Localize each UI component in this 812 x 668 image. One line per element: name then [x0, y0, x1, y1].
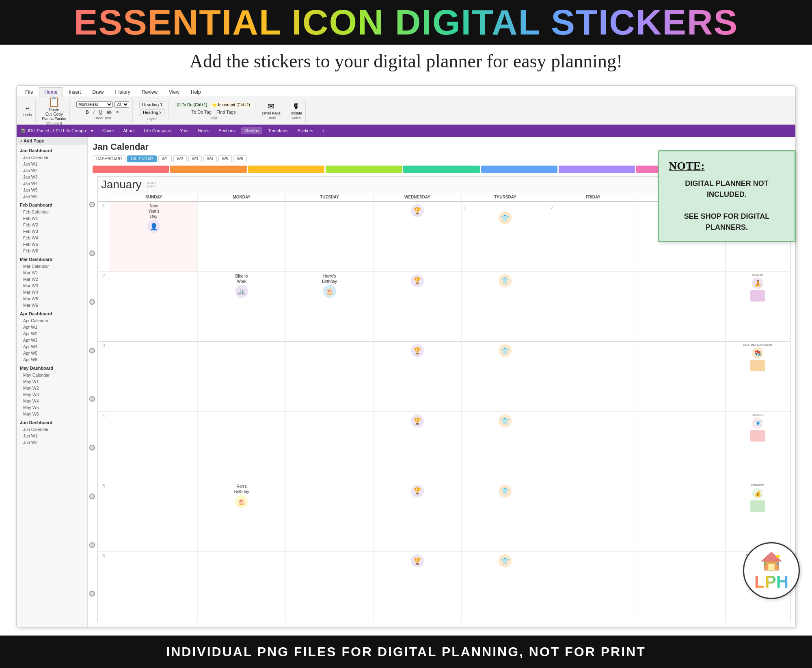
sidebar-apr-dashboard[interactable]: Apr Dashboard	[17, 310, 87, 317]
sidebar-feb-w2[interactable]: Feb W2	[17, 222, 87, 228]
sidebar-jan-calendar[interactable]: Jan Calendar	[17, 154, 87, 161]
ribbon-tab-history[interactable]: History	[110, 87, 135, 97]
color-seg-purple	[559, 166, 635, 173]
cal-cell-4-mon	[198, 412, 285, 482]
todo-button[interactable]: To Do Tag	[190, 109, 213, 115]
harrys-bday-event: Harry'sBirthday	[287, 274, 371, 284]
heading1-style[interactable]: Heading 1	[139, 101, 165, 108]
dictate-label[interactable]: Dictate	[291, 111, 302, 115]
important-tag[interactable]: ⭐ Important (Ctrl+2)	[210, 102, 251, 108]
sidebar-mar-w2[interactable]: Mar W2	[17, 276, 87, 282]
nav-stickers[interactable]: Stickers	[294, 127, 317, 134]
sidebar-jun-dashboard[interactable]: Jun Dashboard	[17, 419, 87, 426]
nav-cover[interactable]: Cover	[99, 127, 117, 134]
sidebar-feb-w6[interactable]: Feb W6	[17, 248, 87, 254]
cal-cell-2-mon: Bike toWork 🚲	[198, 272, 285, 342]
sidebar-jun-calendar[interactable]: Jun Calendar	[17, 426, 87, 433]
sidebar-may-w6[interactable]: May W6	[17, 411, 87, 417]
sidebar-apr-w3[interactable]: Apr W3	[17, 337, 87, 343]
sidebar-apr-w4[interactable]: Apr W4	[17, 343, 87, 350]
subscript-button[interactable]: x₁	[114, 108, 122, 115]
bold-button[interactable]: B	[84, 109, 91, 115]
sidebar-mar-w1[interactable]: Mar W1	[17, 269, 87, 276]
cal-tab-w3[interactable]: W3	[188, 155, 202, 162]
cal-tab-w5[interactable]: W5	[218, 155, 232, 162]
sidebar-jan-w2[interactable]: Jan W2	[17, 167, 87, 174]
sidebar-mar-w5[interactable]: Mar W5	[17, 295, 87, 302]
sidebar-may-w5[interactable]: May W5	[17, 404, 87, 411]
sidebar-jun-w1[interactable]: Jun W1	[17, 433, 87, 439]
sidebar-may-w3[interactable]: May W3	[17, 391, 87, 398]
sticker-shirt-w2: 👕	[499, 274, 512, 287]
cal-tab-w1[interactable]: W1	[158, 155, 172, 162]
strikethrough-button[interactable]: ab	[105, 109, 113, 115]
sidebar-feb-w4[interactable]: Feb W4	[17, 235, 87, 241]
sidebar-jan-w6[interactable]: Jan W6	[17, 193, 87, 200]
font-size-select[interactable]: 20	[114, 101, 129, 108]
nav-notes[interactable]: Notes	[194, 127, 213, 134]
sidebar-mar-w6[interactable]: Mar W6	[17, 302, 87, 308]
ribbon-tab-view[interactable]: View	[164, 87, 185, 97]
nav-plus[interactable]: +	[319, 127, 328, 134]
sidebar-jan-dashboard[interactable]: Jan Dashboard	[17, 147, 87, 154]
nav-months[interactable]: Months	[241, 127, 262, 134]
todo-tag[interactable]: ☑ To Do (Ctrl+1)	[175, 102, 209, 108]
sidebar-may-w4[interactable]: May W4	[17, 398, 87, 404]
paste-label[interactable]: Paste	[49, 108, 59, 112]
heading2-style[interactable]: Heading 2	[140, 109, 164, 116]
sidebar-may-w2[interactable]: May W2	[17, 385, 87, 391]
cal-tab-dashboard[interactable]: DASHBOARD	[93, 155, 125, 162]
italic-button[interactable]: I	[92, 109, 96, 115]
sidebar-feb-w1[interactable]: Feb W1	[17, 215, 87, 222]
ribbon-tab-file[interactable]: File	[20, 87, 38, 97]
ribbon-tab-help[interactable]: Help	[186, 87, 206, 97]
sidebar-jan-w4[interactable]: Jan W4	[17, 180, 87, 187]
add-page-header[interactable]: + Add Page	[17, 137, 87, 145]
ribbon-tab-review[interactable]: Review	[136, 87, 163, 97]
ribbon-tab-draw[interactable]: Draw	[87, 87, 109, 97]
cal-tab-calendar[interactable]: CALENDAR	[127, 155, 156, 162]
ribbon-tab-home[interactable]: Home	[39, 87, 63, 97]
nav-year[interactable]: Year	[177, 127, 192, 134]
sidebar-feb-w3[interactable]: Feb W3	[17, 228, 87, 235]
cal-tab-w6[interactable]: W6	[233, 155, 247, 162]
sidebar-apr-w5[interactable]: Apr W5	[17, 350, 87, 356]
sidebar-feb-calendar[interactable]: Feb Calendar	[17, 209, 87, 215]
cal-cell-4-sun	[110, 412, 198, 482]
ribbon-tab-insert[interactable]: Insert	[63, 87, 86, 97]
sidebar-may-dashboard[interactable]: May Dashboard	[17, 364, 87, 372]
sidebar-jan-w1[interactable]: Jan W1	[17, 161, 87, 167]
underline-button[interactable]: U	[97, 109, 104, 115]
sidebar-mar-w3[interactable]: Mar W3	[17, 282, 87, 289]
sidebar-may-calendar[interactable]: May Calendar	[17, 372, 87, 378]
cal-cell-1-wed: 🏆	[374, 202, 461, 272]
undo-button[interactable]: ↩	[24, 105, 31, 112]
sidebar-apr-calendar[interactable]: Apr Calendar	[17, 317, 87, 324]
font-select[interactable]: Montserrat	[76, 101, 113, 108]
cal-tab-w4[interactable]: W4	[203, 155, 217, 162]
nav-sections[interactable]: Sections	[215, 127, 239, 134]
sidebar-mar-w4[interactable]: Mar W4	[17, 289, 87, 295]
cal-tab-w2[interactable]: W2	[173, 155, 187, 162]
sidebar-feb-w5[interactable]: Feb W5	[17, 241, 87, 248]
sidebar-jan-w5[interactable]: Jan W5	[17, 187, 87, 193]
sidebar-mar-calendar[interactable]: Mar Calendar	[17, 263, 87, 269]
sidebar-apr-w2[interactable]: Apr W2	[17, 330, 87, 337]
sidebar-jan-w3[interactable]: Jan W3	[17, 174, 87, 180]
format-painter-label[interactable]: Format Painter	[42, 116, 67, 121]
cut-label[interactable]: Cut	[45, 112, 52, 116]
nav-about[interactable]: About	[120, 127, 138, 134]
sidebar-apr-w6[interactable]: Apr W6	[17, 356, 87, 363]
copy-label[interactable]: Copy	[53, 112, 63, 116]
nav-templates[interactable]: Templates	[265, 127, 292, 134]
sidebar-apr-w1[interactable]: Apr W1	[17, 324, 87, 330]
email-group: ✉ Email Page Email	[259, 99, 284, 122]
sidebar-mar-dashboard[interactable]: Mar Dashboard	[17, 256, 87, 263]
sidebar-feb-dashboard[interactable]: Feb Dashboard	[17, 201, 87, 209]
nav-compass[interactable]: Life Compass	[140, 127, 174, 134]
email-page-label[interactable]: Email Page	[262, 111, 281, 115]
basictext-label: Basic Text	[95, 116, 111, 120]
sidebar-jun-w2[interactable]: Jun W2	[17, 439, 87, 446]
findtags-button[interactable]: Find Tags	[215, 109, 238, 115]
sidebar-may-w1[interactable]: May W1	[17, 378, 87, 385]
